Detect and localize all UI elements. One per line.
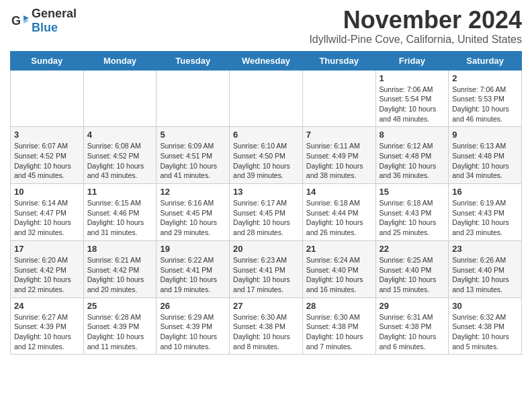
day-header-saturday: Saturday <box>449 51 522 70</box>
day-number: 29 <box>380 301 445 311</box>
day-info: Sunrise: 6:24 AM Sunset: 4:40 PM Dayligh… <box>306 255 372 295</box>
day-info: Sunrise: 7:06 AM Sunset: 5:53 PM Dayligh… <box>452 85 518 124</box>
day-number: 14 <box>306 187 372 197</box>
calendar-cell: 26Sunrise: 6:29 AM Sunset: 4:39 PM Dayli… <box>157 298 230 355</box>
day-info: Sunrise: 6:30 AM Sunset: 4:38 PM Dayligh… <box>306 312 372 352</box>
day-number: 18 <box>87 244 153 254</box>
day-info: Sunrise: 6:22 AM Sunset: 4:41 PM Dayligh… <box>160 255 226 295</box>
day-number: 11 <box>87 187 153 197</box>
calendar-cell: 1Sunrise: 7:06 AM Sunset: 5:54 PM Daylig… <box>375 70 449 127</box>
logo: G General Blue <box>10 7 77 35</box>
day-info: Sunrise: 6:26 AM Sunset: 4:40 PM Dayligh… <box>452 255 518 295</box>
calendar: SundayMondayTuesdayWednesdayThursdayFrid… <box>10 51 522 355</box>
day-info: Sunrise: 6:27 AM Sunset: 4:39 PM Dayligh… <box>14 312 80 352</box>
day-info: Sunrise: 6:14 AM Sunset: 4:47 PM Dayligh… <box>14 198 80 238</box>
day-info: Sunrise: 6:17 AM Sunset: 4:45 PM Dayligh… <box>233 198 299 238</box>
calendar-cell: 11Sunrise: 6:15 AM Sunset: 4:46 PM Dayli… <box>83 184 157 241</box>
calendar-cell: 7Sunrise: 6:11 AM Sunset: 4:49 PM Daylig… <box>302 127 375 184</box>
day-number: 24 <box>14 301 80 311</box>
day-info: Sunrise: 6:32 AM Sunset: 4:38 PM Dayligh… <box>452 312 518 352</box>
calendar-cell: 12Sunrise: 6:16 AM Sunset: 4:45 PM Dayli… <box>157 184 230 241</box>
day-header-sunday: Sunday <box>11 51 84 70</box>
calendar-cell: 25Sunrise: 6:28 AM Sunset: 4:39 PM Dayli… <box>83 298 157 355</box>
calendar-cell: 4Sunrise: 6:08 AM Sunset: 4:52 PM Daylig… <box>83 127 157 184</box>
day-number: 12 <box>160 187 226 197</box>
day-info: Sunrise: 6:31 AM Sunset: 4:38 PM Dayligh… <box>380 312 445 352</box>
day-number: 27 <box>233 301 299 311</box>
calendar-cell: 8Sunrise: 6:12 AM Sunset: 4:48 PM Daylig… <box>375 127 449 184</box>
day-number: 28 <box>306 301 372 311</box>
day-number: 16 <box>452 187 518 197</box>
day-info: Sunrise: 6:28 AM Sunset: 4:39 PM Dayligh… <box>87 312 153 352</box>
calendar-cell <box>11 70 84 127</box>
day-number: 8 <box>380 130 445 140</box>
day-info: Sunrise: 6:18 AM Sunset: 4:43 PM Dayligh… <box>380 198 445 238</box>
month-title: November 2024 <box>309 7 522 34</box>
calendar-cell: 17Sunrise: 6:20 AM Sunset: 4:42 PM Dayli… <box>11 240 84 298</box>
day-header-wednesday: Wednesday <box>230 51 303 70</box>
day-info: Sunrise: 6:18 AM Sunset: 4:44 PM Dayligh… <box>306 198 372 238</box>
calendar-cell: 24Sunrise: 6:27 AM Sunset: 4:39 PM Dayli… <box>11 298 84 355</box>
day-info: Sunrise: 6:25 AM Sunset: 4:40 PM Dayligh… <box>380 255 445 295</box>
day-number: 3 <box>14 130 80 140</box>
day-number: 21 <box>306 244 372 254</box>
title-block: November 2024 Idyllwild-Pine Cove, Calif… <box>309 7 522 46</box>
day-number: 2 <box>452 73 518 83</box>
day-info: Sunrise: 6:09 AM Sunset: 4:51 PM Dayligh… <box>160 141 226 181</box>
day-info: Sunrise: 6:20 AM Sunset: 4:42 PM Dayligh… <box>14 255 80 295</box>
day-number: 20 <box>233 244 299 254</box>
day-info: Sunrise: 6:21 AM Sunset: 4:42 PM Dayligh… <box>87 255 153 295</box>
day-number: 13 <box>233 187 299 197</box>
day-number: 26 <box>160 301 226 311</box>
logo-text: General Blue <box>32 7 77 35</box>
calendar-cell: 6Sunrise: 6:10 AM Sunset: 4:50 PM Daylig… <box>230 127 303 184</box>
day-header-monday: Monday <box>83 51 157 70</box>
day-number: 10 <box>14 187 80 197</box>
day-number: 5 <box>160 130 226 140</box>
svg-text:G: G <box>11 14 21 28</box>
day-info: Sunrise: 6:15 AM Sunset: 4:46 PM Dayligh… <box>87 198 153 238</box>
day-info: Sunrise: 6:13 AM Sunset: 4:48 PM Dayligh… <box>452 141 518 181</box>
day-header-friday: Friday <box>375 51 449 70</box>
calendar-cell <box>230 70 303 127</box>
day-info: Sunrise: 6:23 AM Sunset: 4:41 PM Dayligh… <box>233 255 299 295</box>
day-info: Sunrise: 6:19 AM Sunset: 4:43 PM Dayligh… <box>452 198 518 238</box>
calendar-cell: 19Sunrise: 6:22 AM Sunset: 4:41 PM Dayli… <box>157 240 230 298</box>
day-number: 22 <box>380 244 445 254</box>
calendar-cell: 10Sunrise: 6:14 AM Sunset: 4:47 PM Dayli… <box>11 184 84 241</box>
calendar-cell <box>157 70 230 127</box>
calendar-cell <box>302 70 375 127</box>
day-info: Sunrise: 6:12 AM Sunset: 4:48 PM Dayligh… <box>380 141 445 181</box>
calendar-cell: 18Sunrise: 6:21 AM Sunset: 4:42 PM Dayli… <box>83 240 157 298</box>
calendar-cell: 20Sunrise: 6:23 AM Sunset: 4:41 PM Dayli… <box>230 240 303 298</box>
calendar-cell: 27Sunrise: 6:30 AM Sunset: 4:38 PM Dayli… <box>230 298 303 355</box>
day-number: 30 <box>452 301 518 311</box>
calendar-cell: 16Sunrise: 6:19 AM Sunset: 4:43 PM Dayli… <box>449 184 522 241</box>
day-number: 19 <box>160 244 226 254</box>
day-info: Sunrise: 6:08 AM Sunset: 4:52 PM Dayligh… <box>87 141 153 181</box>
calendar-cell: 28Sunrise: 6:30 AM Sunset: 4:38 PM Dayli… <box>302 298 375 355</box>
day-number: 17 <box>14 244 80 254</box>
day-number: 9 <box>452 130 518 140</box>
calendar-cell: 23Sunrise: 6:26 AM Sunset: 4:40 PM Dayli… <box>449 240 522 298</box>
calendar-cell: 3Sunrise: 6:07 AM Sunset: 4:52 PM Daylig… <box>11 127 84 184</box>
day-header-thursday: Thursday <box>302 51 375 70</box>
day-header-tuesday: Tuesday <box>157 51 230 70</box>
calendar-cell: 9Sunrise: 6:13 AM Sunset: 4:48 PM Daylig… <box>449 127 522 184</box>
calendar-cell: 21Sunrise: 6:24 AM Sunset: 4:40 PM Dayli… <box>302 240 375 298</box>
calendar-cell: 14Sunrise: 6:18 AM Sunset: 4:44 PM Dayli… <box>302 184 375 241</box>
day-info: Sunrise: 6:29 AM Sunset: 4:39 PM Dayligh… <box>160 312 226 352</box>
day-number: 25 <box>87 301 153 311</box>
calendar-cell: 15Sunrise: 6:18 AM Sunset: 4:43 PM Dayli… <box>375 184 449 241</box>
day-info: Sunrise: 6:10 AM Sunset: 4:50 PM Dayligh… <box>233 141 299 181</box>
day-info: Sunrise: 6:11 AM Sunset: 4:49 PM Dayligh… <box>306 141 372 181</box>
day-number: 1 <box>380 73 445 83</box>
calendar-cell: 13Sunrise: 6:17 AM Sunset: 4:45 PM Dayli… <box>230 184 303 241</box>
calendar-cell: 5Sunrise: 6:09 AM Sunset: 4:51 PM Daylig… <box>157 127 230 184</box>
calendar-cell: 30Sunrise: 6:32 AM Sunset: 4:38 PM Dayli… <box>449 298 522 355</box>
day-info: Sunrise: 7:06 AM Sunset: 5:54 PM Dayligh… <box>380 85 445 124</box>
day-number: 7 <box>306 130 372 140</box>
day-info: Sunrise: 6:07 AM Sunset: 4:52 PM Dayligh… <box>14 141 80 181</box>
calendar-cell <box>83 70 157 127</box>
day-number: 6 <box>233 130 299 140</box>
